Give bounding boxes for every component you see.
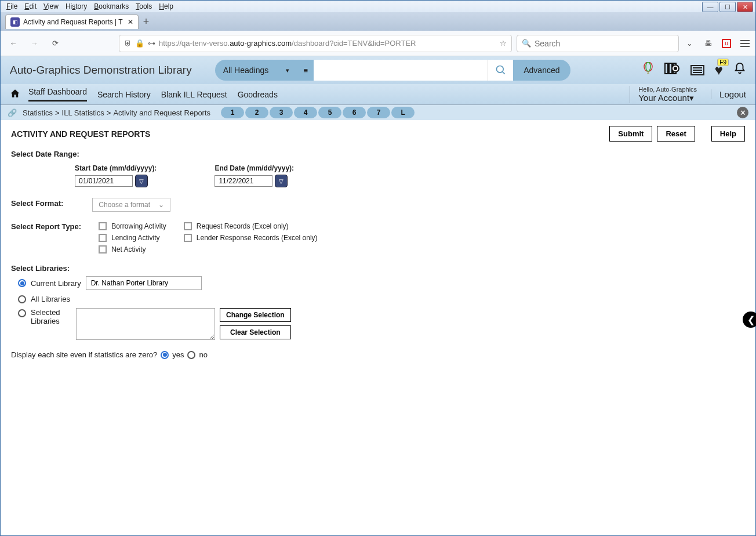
app-header: Auto-Graphics Demonstration Library All …: [1, 56, 755, 84]
checkbox-request-records[interactable]: [184, 222, 192, 230]
svg-point-2: [644, 62, 652, 71]
chevron-down-icon: ▾: [689, 93, 694, 103]
format-select[interactable]: Choose a format ⌄: [92, 198, 170, 212]
svg-line-1: [502, 72, 504, 74]
lock-icon[interactable]: 🔒: [135, 39, 144, 48]
page-pill-7[interactable]: 7: [367, 107, 390, 118]
clear-selection-button[interactable]: Clear Selection: [220, 325, 291, 339]
current-library-input[interactable]: [86, 276, 202, 290]
page-pill-4[interactable]: 4: [294, 107, 317, 118]
browser-search-field[interactable]: 🔍: [517, 35, 679, 52]
side-panel-toggle[interactable]: ❮: [743, 312, 756, 328]
page-pill-3[interactable]: 3: [270, 107, 293, 118]
breadcrumb-ill-statistics[interactable]: ILL Statistics: [62, 108, 104, 117]
help-button[interactable]: Help: [711, 126, 745, 142]
radio-all-libraries[interactable]: [18, 295, 26, 303]
menu-tools[interactable]: Tools: [136, 2, 152, 10]
search-icon: 🔍: [522, 39, 531, 48]
radio-current-library[interactable]: [18, 279, 26, 287]
page-pill-6[interactable]: 6: [343, 107, 366, 118]
shield-icon[interactable]: ⛨: [124, 39, 132, 48]
page-pill-2[interactable]: 2: [245, 107, 268, 118]
selected-libraries-textarea[interactable]: [76, 308, 215, 340]
main-nav: Staff Dashboard Search History Blank ILL…: [1, 84, 755, 105]
window-maximize-button[interactable]: ☐: [719, 2, 736, 12]
menu-help[interactable]: Help: [159, 2, 173, 10]
nav-staff-dashboard[interactable]: Staff Dashboard: [28, 87, 87, 102]
nav-goodreads[interactable]: Goodreads: [238, 90, 278, 99]
home-icon[interactable]: [10, 88, 20, 100]
database-icon[interactable]: ≡: [297, 66, 314, 75]
breadcrumb-statistics[interactable]: Statistics: [23, 108, 53, 117]
menu-bookmarks[interactable]: Bookmarks: [94, 2, 129, 10]
catalog-search-input[interactable]: [314, 60, 488, 81]
balloon-icon[interactable]: [643, 62, 653, 79]
zero-no-label: no: [199, 350, 207, 359]
checkbox-lending[interactable]: [99, 234, 107, 242]
greeting-text: Hello, Auto-Graphics: [638, 86, 697, 93]
url-field[interactable]: ⛨ 🔒 ⊶ https://qa-tenv-verso.auto-graphic…: [119, 35, 512, 52]
page-pill-last[interactable]: L: [391, 107, 415, 118]
page-pill-5[interactable]: 5: [318, 107, 341, 118]
window-minimize-button[interactable]: —: [702, 2, 718, 12]
radio-zero-no[interactable]: [187, 351, 195, 359]
search-scope-select[interactable]: All Headings ▾: [215, 60, 298, 81]
end-date-label: End Date (mm/dd/yyyy):: [215, 164, 294, 172]
bookmark-star-icon[interactable]: ☆: [500, 39, 507, 48]
pocket-icon[interactable]: ⌄: [684, 38, 695, 49]
menu-edit[interactable]: Edit: [24, 2, 37, 10]
nav-blank-ill[interactable]: Blank ILL Request: [161, 90, 227, 99]
menu-history[interactable]: History: [66, 2, 87, 10]
zero-stats-question: Display each site even if statistics are…: [11, 350, 157, 359]
page-pill-1[interactable]: 1: [221, 107, 244, 118]
print-icon[interactable]: 🖶: [702, 38, 714, 49]
mcafee-icon[interactable]: u: [721, 38, 732, 49]
svg-rect-4: [665, 63, 668, 74]
radio-selected-libraries[interactable]: [18, 309, 26, 317]
advanced-search-link[interactable]: Advanced: [513, 60, 570, 81]
svg-point-3: [646, 62, 650, 71]
notifications-icon[interactable]: [733, 62, 746, 78]
start-date-picker-button[interactable]: ▽: [135, 175, 148, 187]
new-tab-button[interactable]: +: [143, 16, 150, 28]
checkbox-borrowing-label: Borrowing Activity: [111, 222, 166, 230]
window-close-button[interactable]: ✕: [737, 2, 753, 12]
checkbox-lender-response[interactable]: [184, 234, 192, 242]
breadcrumb-activity-reports[interactable]: Activity and Request Reports: [113, 108, 210, 117]
browser-toolbar: ← → ⟳ ⛨ 🔒 ⊶ https://qa-tenv-verso.auto-g…: [1, 31, 755, 56]
checkbox-net-label: Net Activity: [111, 245, 146, 253]
report-type-label: Select Report Type:: [11, 222, 81, 250]
favorites-icon[interactable]: ♥F9: [715, 62, 723, 78]
selected-libraries-label: Selected Libraries: [31, 308, 71, 325]
format-placeholder: Choose a format: [99, 201, 150, 209]
checkbox-net[interactable]: [99, 245, 107, 253]
checkbox-lending-label: Lending Activity: [111, 234, 159, 242]
radio-zero-yes[interactable]: [161, 351, 169, 359]
catalog-search-button[interactable]: [488, 60, 513, 81]
book-search-icon[interactable]: [664, 61, 680, 79]
reset-button[interactable]: Reset: [657, 126, 695, 142]
reload-button[interactable]: ⟳: [47, 35, 63, 52]
your-account-menu[interactable]: Your Account▾: [638, 93, 697, 103]
end-date-picker-button[interactable]: ▽: [275, 175, 288, 187]
start-date-input[interactable]: [75, 175, 133, 187]
tab-close-icon[interactable]: ✕: [128, 18, 133, 26]
submit-button[interactable]: Submit: [609, 126, 652, 142]
menu-file[interactable]: FFileile: [6, 2, 17, 10]
menu-view[interactable]: View: [43, 2, 59, 10]
nav-search-history[interactable]: Search History: [97, 90, 151, 99]
newspaper-icon[interactable]: [690, 65, 704, 75]
end-date-input[interactable]: [215, 175, 272, 187]
key-icon[interactable]: ⊶: [148, 39, 155, 48]
logout-link[interactable]: Logout: [711, 89, 746, 99]
checkbox-borrowing[interactable]: [99, 222, 107, 230]
browser-search-input[interactable]: [535, 39, 674, 48]
browser-menu-bar: FFileile Edit View History Bookmarks Too…: [1, 1, 755, 12]
url-text: https://qa-tenv-verso.auto-graphics.com/…: [159, 39, 500, 48]
app-menu-button[interactable]: [739, 38, 751, 49]
change-selection-button[interactable]: Change Selection: [220, 308, 291, 322]
close-breadcrumb-icon[interactable]: ✕: [737, 107, 748, 118]
back-button[interactable]: ←: [5, 35, 21, 52]
forward-button[interactable]: →: [26, 35, 42, 52]
browser-tab-active[interactable]: ◧ Activity and Request Reports | T ✕: [5, 15, 139, 29]
